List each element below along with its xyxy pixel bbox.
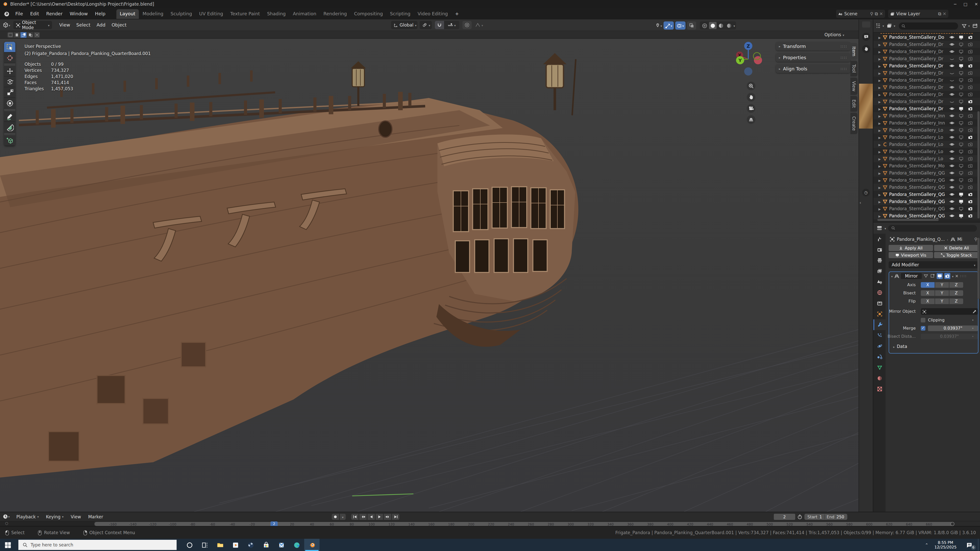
workspace-tab-shading[interactable]: Shading	[263, 9, 289, 19]
eye-open-icon[interactable]	[950, 106, 955, 111]
object-name[interactable]: Pandora_SternGallery_Dr	[889, 106, 950, 111]
eye-closed-icon[interactable]	[950, 70, 955, 76]
unlink-scene-icon[interactable]: ✕	[880, 11, 883, 16]
select-mode-extend[interactable]	[21, 32, 27, 38]
disable-viewport-icon[interactable]	[959, 199, 964, 204]
sidebar-tab-item[interactable]: Item	[850, 43, 858, 60]
object-name[interactable]: Pandora_SternGallery_Lo	[889, 127, 950, 133]
clipping-checkbox[interactable]	[921, 318, 925, 322]
disable-viewport-icon[interactable]	[959, 121, 964, 125]
disable-viewport-icon[interactable]	[959, 63, 964, 68]
viewport-menu-select[interactable]: Select	[73, 21, 94, 29]
modifier-extras-dropdown[interactable]: ▾	[952, 274, 953, 278]
viewport-vis-button[interactable]: Viewport Vis	[889, 252, 933, 258]
properties-tab-constraints[interactable]	[873, 351, 886, 362]
close-button[interactable]: ✕	[975, 2, 978, 6]
disable-viewport-icon[interactable]	[959, 149, 964, 154]
expand-icon[interactable]: ▶	[878, 157, 883, 160]
use-preview-range-icon[interactable]	[797, 514, 802, 519]
disable-viewport-icon[interactable]	[959, 127, 964, 133]
eyedropper-icon[interactable]	[972, 310, 977, 313]
disable-viewport-icon[interactable]	[959, 49, 964, 54]
outliner-row[interactable]: ▶ Pandora_SternGallery_QG	[873, 176, 980, 184]
eye-open-icon[interactable]	[950, 163, 955, 168]
select-mode-tweak[interactable]	[7, 32, 14, 38]
add-modifier-dropdown[interactable]: Add Modifier ▾	[889, 261, 978, 268]
expand-icon[interactable]: ▶	[878, 207, 883, 210]
timeline-scrubber[interactable]: -160-140-120-100-80-60-40-20020406080100…	[94, 522, 953, 526]
outliner-row[interactable]: ▶ Pandora_SternGallery_QG	[873, 191, 980, 198]
blender-menu-icon[interactable]	[3, 11, 10, 17]
expand-icon[interactable]: ▶	[878, 86, 883, 89]
outliner-vscrollbar[interactable]	[977, 111, 980, 218]
snap-toggle[interactable]	[435, 21, 444, 29]
disable-viewport-icon[interactable]	[959, 85, 964, 90]
tray-chevron-icon[interactable]: ⌃	[925, 543, 928, 547]
disable-viewport-icon[interactable]	[959, 106, 964, 111]
taskbar-search-input[interactable]: Type here to search	[18, 540, 177, 550]
disable-viewport-icon[interactable]	[959, 70, 964, 76]
taskbar-app-file-explorer[interactable]	[212, 539, 228, 551]
expand-icon[interactable]: ▶	[878, 57, 883, 60]
action-center-button[interactable]: 6	[963, 539, 976, 551]
disable-render-icon[interactable]	[968, 113, 973, 118]
eye-open-icon[interactable]	[950, 142, 955, 147]
expand-icon[interactable]: ▶	[878, 35, 883, 39]
outliner-row[interactable]: ▶ Pandora_SternGallery_Do	[873, 34, 980, 41]
disable-viewport-icon[interactable]	[959, 192, 964, 197]
eye-open-icon[interactable]	[950, 63, 955, 68]
add-workspace-button[interactable]: +	[452, 10, 463, 18]
mirror-object-field[interactable]	[921, 308, 978, 315]
workspace-tab-texture-paint[interactable]: Texture Paint	[227, 9, 263, 19]
grid-ortho-icon[interactable]	[747, 115, 756, 124]
npanel-properties-section[interactable]: ▸Properties::::	[776, 53, 850, 62]
eye-closed-icon[interactable]	[950, 99, 955, 104]
outliner-row[interactable]: ▶ Pandora_SternGallery_Dr	[873, 105, 980, 112]
timeline-menu-playback[interactable]: Playback▾	[13, 514, 42, 519]
modifier-delete-icon[interactable]: ✕	[955, 274, 958, 278]
outliner-hscrollbar[interactable]	[877, 219, 939, 221]
taskbar-app-movies-tv[interactable]	[228, 539, 243, 551]
expand-icon[interactable]: ▶	[878, 135, 883, 139]
eye-open-icon[interactable]	[950, 192, 955, 197]
axis-z-button[interactable]: Z	[950, 299, 963, 304]
tool-rotate[interactable]	[4, 76, 15, 87]
eye-open-icon[interactable]	[950, 156, 955, 161]
pivot-point-dropdown[interactable]: ▾	[420, 21, 432, 29]
disable-render-icon[interactable]	[968, 192, 973, 197]
tool-measure[interactable]	[4, 122, 15, 133]
expand-icon[interactable]: ▶	[878, 143, 883, 146]
disable-viewport-icon[interactable]	[959, 99, 964, 104]
show-desktop-button[interactable]	[978, 539, 980, 551]
workspace-tab-sculpting[interactable]: Sculpting	[167, 9, 196, 19]
tool-add-cube[interactable]	[4, 135, 15, 146]
expand-icon[interactable]: ▶	[878, 121, 883, 125]
breadcrumb-modifier[interactable]: Mi	[957, 237, 962, 242]
proportional-editing-toggle[interactable]	[463, 21, 472, 29]
maximize-button[interactable]: □	[963, 2, 967, 6]
object-name[interactable]: Pandora_SternGallery_Dr	[889, 63, 950, 68]
eye-open-icon[interactable]	[950, 149, 955, 154]
outliner-row[interactable]: ▶ Pandora_SternGallery_Lo	[873, 127, 980, 134]
outliner-display-mode-icon[interactable]	[886, 23, 892, 29]
outliner-row[interactable]: ▶ Pandora_SternGallery_Lo	[873, 141, 980, 148]
outliner-row[interactable]: ▶ Pandora_SternGallery_Lo	[873, 134, 980, 141]
expand-icon[interactable]: ▶	[878, 200, 883, 203]
timeline-menu-marker[interactable]: Marker	[84, 514, 107, 519]
menu-help[interactable]: Help	[91, 10, 109, 18]
workspace-tab-rendering[interactable]: Rendering	[320, 9, 350, 19]
breadcrumb-object[interactable]: Pandora_Planking_Q...	[897, 237, 945, 242]
pin-icon[interactable]: ⚲	[870, 11, 873, 16]
mode-selector[interactable]: Object Mode ▾	[13, 21, 52, 29]
properties-editor-icon[interactable]	[877, 225, 883, 231]
pin-id-icon[interactable]: ⚲	[974, 237, 977, 242]
object-name[interactable]: Pandora_SternGallery_Do	[889, 35, 950, 40]
jump-to-end-button[interactable]	[392, 514, 400, 520]
disable-viewport-icon[interactable]	[959, 78, 964, 83]
disable-viewport-icon[interactable]	[959, 170, 964, 176]
next-keyframe-button[interactable]	[384, 514, 391, 520]
shading-rendered-button[interactable]	[725, 22, 733, 29]
axis-x-button[interactable]: X	[921, 282, 935, 288]
axis-x-button[interactable]: X	[921, 290, 935, 296]
eye-open-icon[interactable]	[950, 92, 955, 97]
